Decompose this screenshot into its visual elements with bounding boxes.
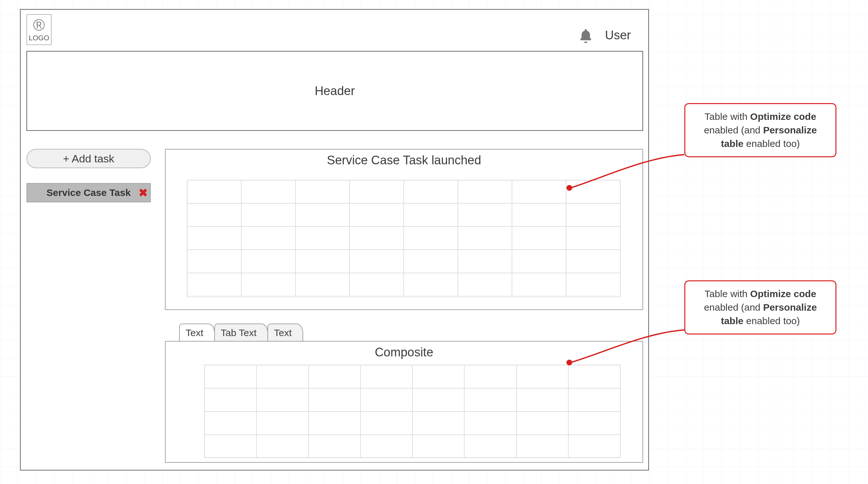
- table-cell[interactable]: [361, 365, 412, 388]
- tab-1[interactable]: Tab Text: [214, 324, 268, 341]
- table-cell[interactable]: [517, 412, 568, 435]
- table-cell[interactable]: [458, 226, 512, 250]
- table-row: [187, 273, 620, 296]
- table-cell[interactable]: [361, 435, 412, 458]
- table-cell[interactable]: [309, 435, 361, 458]
- table-cell[interactable]: [349, 226, 404, 250]
- table-cell[interactable]: [404, 203, 458, 226]
- table-row: [205, 365, 620, 388]
- table-row: [205, 435, 620, 458]
- table-cell[interactable]: [458, 273, 512, 296]
- table-cell[interactable]: [458, 180, 512, 203]
- table-cell[interactable]: [412, 365, 464, 388]
- callout-dot-1: [566, 185, 572, 191]
- table-cell[interactable]: [512, 226, 566, 250]
- registered-trademark-icon: ®: [33, 17, 45, 33]
- table-row: [187, 203, 620, 226]
- table-cell[interactable]: [404, 180, 458, 203]
- table-cell[interactable]: [256, 435, 308, 458]
- table-cell[interactable]: [464, 365, 516, 388]
- table-cell[interactable]: [256, 365, 308, 388]
- table-cell[interactable]: [464, 388, 516, 412]
- callout-bold: Optimize code: [750, 289, 816, 299]
- table-cell[interactable]: [296, 180, 349, 203]
- table-cell[interactable]: [517, 388, 568, 412]
- table-cell[interactable]: [361, 388, 412, 412]
- task-chip-service-case[interactable]: Service Case Task ✖: [26, 183, 151, 202]
- table-cell[interactable]: [241, 250, 296, 273]
- table-cell[interactable]: [512, 250, 566, 273]
- table-cell[interactable]: [349, 273, 404, 296]
- tab-2[interactable]: Text: [268, 324, 303, 341]
- close-icon[interactable]: ✖: [138, 186, 148, 199]
- header-title: Header: [315, 84, 355, 98]
- table-cell[interactable]: [517, 365, 568, 388]
- header-block: Header: [26, 51, 643, 131]
- table-cell[interactable]: [241, 180, 296, 203]
- table-cell[interactable]: [187, 180, 241, 203]
- table-cell[interactable]: [566, 226, 620, 250]
- table-cell[interactable]: [566, 203, 620, 226]
- table-cell[interactable]: [296, 203, 349, 226]
- task-chip-label: Service Case Task: [46, 187, 130, 198]
- table-cell[interactable]: [566, 273, 620, 296]
- table-cell[interactable]: [309, 412, 361, 435]
- table-cell[interactable]: [404, 273, 458, 296]
- callout-optimize-personalize-1: Table with Optimize code enabled (and Pe…: [684, 103, 836, 157]
- table-cell[interactable]: [256, 412, 308, 435]
- table-cell[interactable]: [205, 412, 256, 435]
- table-cell[interactable]: [568, 388, 620, 412]
- table-cell[interactable]: [205, 388, 256, 412]
- table-cell[interactable]: [187, 250, 241, 273]
- table-cell[interactable]: [187, 226, 241, 250]
- table-cell[interactable]: [361, 412, 412, 435]
- table-row: [205, 388, 620, 412]
- table-cell[interactable]: [404, 250, 458, 273]
- table-cell[interactable]: [296, 250, 349, 273]
- user-label[interactable]: User: [605, 28, 631, 42]
- table-cell[interactable]: [568, 435, 620, 458]
- table-cell[interactable]: [349, 180, 404, 203]
- table-cell[interactable]: [412, 388, 464, 412]
- table-cell[interactable]: [296, 273, 349, 296]
- table-cell[interactable]: [404, 226, 458, 250]
- table-cell[interactable]: [256, 388, 308, 412]
- notifications-bell-icon[interactable]: [578, 28, 594, 44]
- table-cell[interactable]: [205, 435, 256, 458]
- table-composite[interactable]: [204, 365, 621, 458]
- callout-text: enabled too): [743, 138, 800, 149]
- table-cell[interactable]: [296, 226, 349, 250]
- add-task-label: + Add task: [63, 152, 114, 165]
- table-cell[interactable]: [349, 250, 404, 273]
- table-cell[interactable]: [241, 226, 296, 250]
- table-cell[interactable]: [512, 203, 566, 226]
- callout-bold: Optimize code: [750, 111, 816, 122]
- table-cell[interactable]: [568, 412, 620, 435]
- table-cell[interactable]: [187, 273, 241, 296]
- table-cell[interactable]: [517, 435, 568, 458]
- table-cell[interactable]: [568, 365, 620, 388]
- table-cell[interactable]: [412, 412, 464, 435]
- table-cell[interactable]: [205, 365, 256, 388]
- table-cell[interactable]: [512, 180, 566, 203]
- table-cell[interactable]: [464, 412, 516, 435]
- table-cell[interactable]: [464, 435, 516, 458]
- table-cell[interactable]: [309, 365, 361, 388]
- table-cell[interactable]: [458, 250, 512, 273]
- callout-text: enabled too): [743, 315, 800, 326]
- callout-connector-2: [570, 329, 685, 368]
- table-cell[interactable]: [458, 203, 512, 226]
- add-task-button[interactable]: + Add task: [26, 149, 151, 168]
- table-cell[interactable]: [512, 273, 566, 296]
- table-cell[interactable]: [309, 388, 361, 412]
- table-cell[interactable]: [241, 203, 296, 226]
- table-cell[interactable]: [566, 250, 620, 273]
- table-cell[interactable]: [241, 273, 296, 296]
- table-cell[interactable]: [187, 203, 241, 226]
- table-cell[interactable]: [349, 203, 404, 226]
- table-launched[interactable]: [187, 180, 621, 297]
- tab-0[interactable]: Text: [179, 324, 215, 341]
- table-cell[interactable]: [412, 435, 464, 458]
- tab-label: Tab Text: [221, 327, 256, 338]
- table-row: [187, 226, 620, 250]
